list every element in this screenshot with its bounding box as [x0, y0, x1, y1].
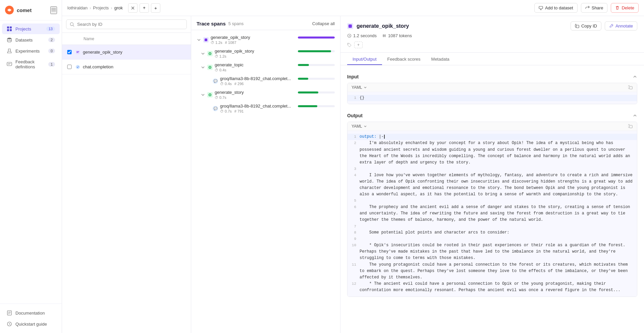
nav-up-button[interactable]: [140, 3, 149, 13]
nav-down-button[interactable]: [151, 3, 160, 13]
line-content-out-3: [360, 166, 637, 172]
span-title-icon: [348, 24, 352, 28]
yaml-header-input: YAML: [347, 83, 637, 92]
chevron-down-icon: [201, 65, 205, 70]
tab-input-output[interactable]: Input/Output: [347, 54, 382, 65]
line-num-out-11: 11: [347, 262, 360, 281]
copy-icon-yaml[interactable]: [628, 85, 633, 90]
span-name-2: generate_opik_story: [215, 49, 296, 54]
svg-rect-27: [76, 52, 78, 53]
span-bar-4: [298, 78, 335, 80]
line-content-out-10: * Opik's insecurities could be rooted in…: [360, 242, 637, 262]
copy-id-button[interactable]: Copy ID: [571, 21, 601, 30]
sidebar-toggle-button[interactable]: [50, 6, 57, 14]
span-name-5: generate_story: [215, 90, 296, 95]
copy-icon-yaml-out[interactable]: [628, 124, 633, 129]
line-num-out-6: 6: [347, 204, 360, 223]
dataset-icon: [7, 37, 12, 43]
sidebar-item-projects[interactable]: Projects 13: [2, 23, 60, 34]
main-content: lothiraldan › Projects › grok: [62, 0, 644, 333]
delete-button[interactable]: Delete: [611, 3, 639, 13]
output-section: Output YAML: [347, 110, 637, 296]
trace-span-1[interactable]: generate_opik_story ⏱ 1.2s # 1087: [191, 33, 340, 47]
trace-span-4[interactable]: 💬 groq/llama3-8b-8192_chat.complet...: [191, 74, 340, 88]
line-num-out-3: 3: [347, 166, 360, 172]
topbar: lothiraldan › Projects › grok: [62, 0, 644, 16]
svg-point-23: [70, 22, 73, 25]
add-to-dataset-button[interactable]: Add to dataset: [534, 3, 578, 13]
arrow-down-icon: [154, 6, 158, 10]
meta-time: 1.2 seconds: [347, 33, 377, 38]
span-bar-fill-2: [298, 50, 331, 52]
span-meta-6: ⏱ 0.7s # 791: [220, 109, 335, 113]
input-title: Input: [347, 74, 359, 79]
table-row[interactable]: generate_opik_story: [62, 45, 191, 60]
delete-label: Delete: [622, 5, 634, 10]
span-meta-3: ⏱ 0.4s: [215, 68, 335, 72]
output-code-line-11: 11 The young protagonist could have a pe…: [347, 262, 637, 281]
svg-line-35: [611, 25, 612, 26]
copy-icon: [575, 24, 579, 28]
search-input[interactable]: [77, 22, 183, 27]
add-tag-button[interactable]: +: [354, 42, 363, 48]
logo-text: comet: [17, 7, 32, 13]
input-section-header[interactable]: Input: [347, 71, 637, 83]
input-code-area: 1 {}: [347, 92, 637, 104]
span-row-4: groq/llama3-8b-8192_chat.complet...: [220, 76, 335, 81]
content-area: Name generate_opik_story: [62, 16, 644, 333]
topbar-actions: Add to dataset Share Delete: [534, 3, 639, 13]
svg-rect-33: [348, 24, 352, 28]
share-button[interactable]: Share: [581, 3, 608, 13]
breadcrumb-projects[interactable]: Projects: [93, 5, 109, 10]
search-icon: [70, 22, 74, 27]
collapse-all-button[interactable]: Collapse all: [312, 21, 335, 26]
svg-rect-42: [630, 86, 632, 89]
output-section-header[interactable]: Output: [347, 110, 637, 122]
table-row[interactable]: chat.completion: [62, 60, 191, 74]
trace-span-6[interactable]: 💬 groq/llama3-8b-8192_chat.complet...: [191, 102, 340, 115]
row-checkbox-1[interactable]: [66, 50, 73, 54]
span-row-1: generate_opik_story: [211, 35, 335, 40]
clock-icon-6: ⏱ 0.7s: [220, 109, 232, 113]
tab-feedback-scores[interactable]: Feedback scores: [382, 54, 426, 65]
clock-icon-2: ⏱ 1.2s: [215, 54, 226, 58]
chevron-up-icon-output: [633, 113, 637, 118]
span-icon-purple-1: [203, 37, 209, 43]
svg-rect-10: [7, 62, 12, 66]
annotate-button[interactable]: Annotate: [605, 21, 637, 30]
add-dataset-label: Add to dataset: [545, 5, 573, 10]
yaml-text-output: YAML: [352, 124, 362, 129]
tab-close-button[interactable]: [128, 3, 138, 13]
trace-span-2[interactable]: generate_opik_story ⏱ 1.2s: [191, 47, 340, 60]
feedback-badge: 1: [48, 62, 55, 67]
sidebar-item-quickstart[interactable]: Quickstart guide: [2, 319, 60, 329]
output-code-line-8: 8 Some potential plot points and charact…: [347, 229, 637, 236]
line-num-out-8: 8: [347, 229, 360, 236]
tab-metadata[interactable]: Metadata: [426, 54, 455, 65]
line-content-out-7: [360, 223, 637, 230]
span-row-2: generate_opik_story: [215, 49, 335, 54]
sidebar-item-datasets[interactable]: Datasets 2: [2, 35, 60, 45]
svg-rect-5: [10, 26, 12, 28]
output-code-line-1: 1output: |-: [347, 134, 637, 140]
trace-span-5[interactable]: generate_story ⏱ 0.7s: [191, 88, 340, 102]
output-code-line-7: 7: [347, 223, 637, 230]
search-box: [66, 19, 187, 29]
detail-panel: generate_opik_story Copy ID: [340, 16, 644, 333]
sidebar-item-documentation[interactable]: Documentation: [2, 308, 60, 318]
trace-span-3[interactable]: generate_topic ⏱ 0.4s: [191, 60, 340, 74]
clock-icon-4: ⏱ 0.4s: [220, 82, 232, 86]
detail-header: generate_opik_story Copy ID: [340, 16, 644, 53]
span-bar-wrap-3: [298, 64, 335, 66]
sidebar-item-feedback[interactable]: Feedback definitions 1: [2, 57, 60, 72]
clock-icon-3: ⏱ 0.4s: [215, 68, 226, 72]
svg-rect-34: [576, 25, 579, 28]
row-checkbox-2[interactable]: [66, 65, 73, 69]
row-name-1: generate_opik_story: [83, 50, 187, 55]
sidebar-nav: Projects 13 Datasets 2 Experiments 0: [0, 20, 62, 304]
quickstart-label: Quickstart guide: [15, 322, 55, 327]
breadcrumb-lothiraldan[interactable]: lothiraldan: [67, 5, 88, 10]
detail-tabs: Input/Output Feedback scores Metadata: [340, 54, 644, 65]
sidebar-item-experiments[interactable]: Experiments 0: [2, 46, 60, 56]
span-icon-green-5: [207, 92, 213, 97]
